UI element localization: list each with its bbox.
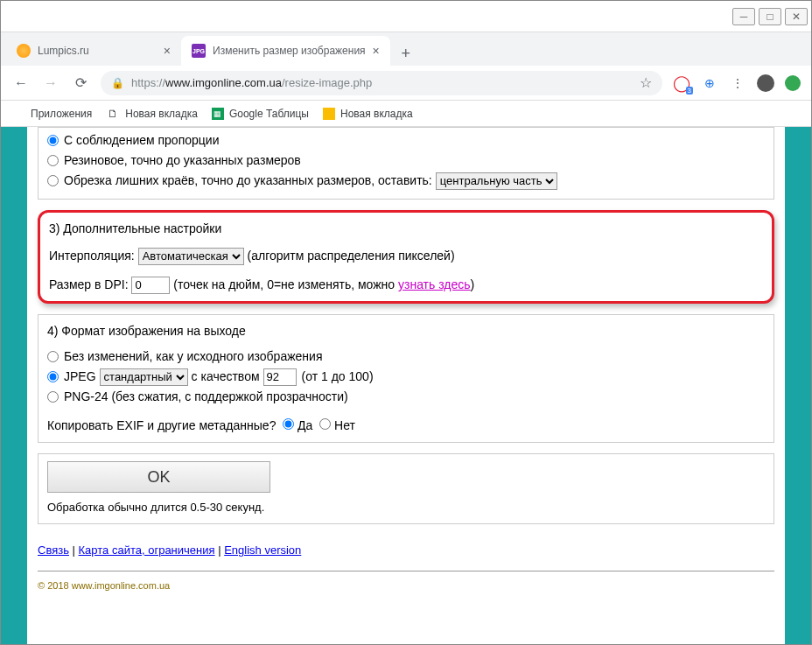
bookmarks-bar: Приложения 🗋Новая вкладка ▦Google Таблиц… [1,101,811,127]
radio-exif-no[interactable] [319,418,331,430]
section-4-format: 4) Формат изображения на выходе Без изме… [38,314,774,443]
processing-hint: Обработка обычно длится 0.5-30 секунд. [47,501,264,514]
radio-proportion[interactable] [47,135,59,146]
globe-ext-icon[interactable]: ⊕ [701,74,718,92]
section-2-partial: С соблюдением пропорции Резиновое, точно… [38,127,774,200]
window-titlebar: ─ □ ✕ [1,1,811,32]
label: JPEG [64,368,96,386]
submit-section: OK Обработка обычно длится 0.5-30 секунд… [38,453,774,524]
radio-nochange[interactable] [47,351,59,362]
favicon-jpg: JPG [192,44,206,58]
radio-crop[interactable] [47,175,59,186]
new-tab-button[interactable]: + [394,41,418,66]
address-bar-row: ← → ⟳ 🔒 https://www.imgonline.com.ua/res… [1,66,811,101]
section-3-additional: 3) Дополнительные настройки Интерполяция… [38,210,774,304]
bookmark-star-icon[interactable]: ☆ [640,74,652,91]
english-link[interactable]: English version [224,543,301,557]
tab-close-icon[interactable]: × [373,44,380,58]
radio-png[interactable] [47,391,59,403]
tab-title: Изменить размер изображения [213,45,366,57]
maximize-button[interactable]: □ [759,8,781,25]
back-button[interactable]: ← [11,74,31,93]
hint: (от 1 до 100) [302,368,374,386]
contact-link[interactable]: Связь [38,543,69,557]
sitemap-link[interactable]: Карта сайта, ограничения [79,543,215,557]
label: С соблюдением пропорции [64,131,219,150]
label: Резиновое, точно до указанных размеров [64,151,301,170]
tab-imgonline[interactable]: JPG Изменить размер изображения × [181,36,390,66]
label: Да [298,418,312,432]
tab-title: Lumpics.ru [38,45,157,57]
label: Нет [334,418,355,432]
page-icon: 🗋 [106,107,120,121]
forward-button[interactable]: → [41,74,60,93]
menu-icon[interactable]: ⋮ [729,74,746,92]
page-icon [323,108,335,120]
favicon-lumpics [17,44,31,58]
apps-button[interactable]: Приложения [11,107,92,121]
apps-icon [11,107,25,121]
quality-input[interactable] [263,368,297,386]
minimize-button[interactable]: ─ [732,8,755,25]
footer-links: Связь | Карта сайта, ограничения | Engli… [38,535,774,565]
bookmark-new-tab-1[interactable]: 🗋Новая вкладка [106,107,198,121]
ok-button[interactable]: OK [47,461,270,493]
url-text: https://www.imgonline.com.ua/resize-imag… [131,76,372,89]
copyright: © 2018 www.imgonline.com.ua [38,575,774,608]
bookmark-sheets[interactable]: ▦Google Таблицы [212,108,309,120]
sheets-icon: ▦ [212,108,224,120]
lock-icon: 🔒 [111,77,124,89]
page-content: С соблюдением пропорции Резиновое, точно… [1,127,811,644]
hint: (алгоритм распределения пикселей) [248,249,455,263]
close-button[interactable]: ✕ [785,8,808,25]
label: Размер в DPI: [49,277,129,291]
radio-jpeg[interactable] [47,371,59,382]
section-title: 3) Дополнительные настройки [49,220,763,238]
label: Копировать EXIF и другие метаданные? [47,418,276,432]
label: PNG-24 (без сжатия, с поддержкой прозрач… [64,388,348,406]
crop-position-select[interactable]: центральную часть [436,172,557,190]
label: с качеством [192,368,260,386]
divider [38,571,774,571]
hint: (точек на дюйм, 0=не изменять, можно [173,277,398,291]
url-bar[interactable]: 🔒 https://www.imgonline.com.ua/resize-im… [101,71,662,95]
label: ) [471,277,475,291]
opera-ext-icon[interactable]: ◯3 [673,74,690,92]
label: Интерполяция: [49,249,135,263]
label: Обрезка лишних краёв, точно до указанных… [64,172,432,190]
green-ext-icon[interactable] [785,75,801,91]
avatar-icon[interactable] [757,74,774,92]
reload-button[interactable]: ⟳ [71,74,90,93]
dpi-input[interactable] [131,277,170,294]
section-title: 4) Формат изображения на выходе [47,322,765,340]
extensions: ◯3 ⊕ ⋮ [673,74,801,92]
browser-tabs: Lumpics.ru × JPG Изменить размер изображ… [1,32,811,66]
label: Без изменений, как у исходного изображен… [64,347,322,366]
bookmark-new-tab-2[interactable]: Новая вкладка [323,108,413,120]
radio-rubber[interactable] [47,155,59,166]
tab-lumpics[interactable]: Lumpics.ru × [6,36,181,66]
jpeg-type-select[interactable]: стандартный [100,368,188,386]
radio-exif-yes[interactable] [283,418,294,430]
dpi-learn-link[interactable]: узнать здесь [398,277,471,291]
tab-close-icon[interactable]: × [164,44,171,58]
interpolation-select[interactable]: Автоматическая [138,248,244,265]
